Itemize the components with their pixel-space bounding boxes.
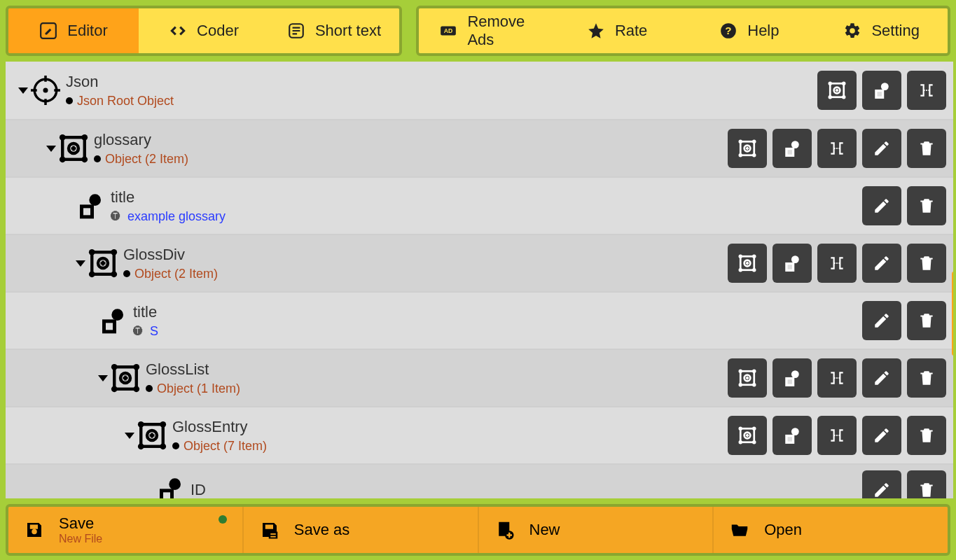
node-meta: Object (2 Item)	[134, 267, 218, 281]
add-string-button[interactable]	[773, 244, 812, 283]
edit-box-icon	[39, 22, 57, 40]
object-icon	[137, 421, 167, 450]
caret-icon[interactable]	[46, 146, 56, 152]
delete-button[interactable]	[907, 301, 946, 340]
tab-remove-ads[interactable]: Remove Ads	[419, 8, 551, 53]
gear-icon	[843, 22, 861, 40]
object-icon	[88, 248, 118, 278]
edit-button[interactable]	[862, 358, 901, 398]
tab-help[interactable]: Help	[684, 8, 816, 53]
tab-rate-label: Rate	[615, 22, 647, 40]
edit-button[interactable]	[862, 470, 901, 498]
node-key: Json	[66, 73, 174, 91]
json-tree: Json Json Root Object glossary Object (2…	[6, 62, 953, 498]
add-array-button[interactable]	[907, 71, 946, 110]
caret-icon[interactable]	[18, 88, 28, 94]
save-as-button[interactable]: Save as	[242, 507, 478, 553]
target-icon	[31, 76, 60, 105]
add-string-button[interactable]	[773, 416, 812, 455]
node-meta: Json Root Object	[77, 94, 174, 108]
node-value: S	[150, 324, 158, 339]
caret-icon[interactable]	[125, 433, 134, 439]
node-meta: Object (1 Item)	[157, 382, 240, 396]
edit-button[interactable]	[862, 186, 901, 225]
dot-icon	[146, 385, 153, 392]
tab-remove-ads-label: Remove Ads	[467, 13, 530, 49]
new-button[interactable]: New	[478, 507, 713, 553]
delete-button[interactable]	[907, 186, 946, 225]
tab-short-text-label: Short text	[315, 22, 381, 40]
add-string-button[interactable]	[862, 71, 901, 110]
tree-row-root[interactable]: Json Json Root Object	[6, 62, 953, 119]
add-array-button[interactable]	[817, 416, 857, 455]
tab-setting[interactable]: Setting	[815, 8, 948, 53]
edit-button[interactable]	[862, 129, 901, 168]
tree-row-glossentry[interactable]: GlossEntry Object (7 Item)	[6, 406, 953, 463]
tab-short-text[interactable]: Short text	[269, 8, 399, 53]
node-key: glossary	[94, 131, 188, 149]
tree-row-glossary[interactable]: glossary Object (2 Item)	[6, 119, 953, 176]
add-array-button[interactable]	[817, 244, 857, 283]
tab-coder[interactable]: Coder	[139, 8, 269, 53]
caret-icon[interactable]	[98, 375, 108, 382]
add-object-button[interactable]	[728, 358, 767, 398]
node-meta: Object (2 Item)	[105, 152, 188, 167]
dot-icon	[94, 155, 101, 162]
mode-tab-group: Editor Coder Short text	[6, 6, 402, 56]
add-object-button[interactable]	[728, 129, 767, 168]
edit-button[interactable]	[862, 244, 901, 283]
object-icon	[59, 134, 88, 163]
edit-button[interactable]	[862, 301, 901, 340]
tree-row-title-1[interactable]: title 🅣example glossary	[6, 176, 953, 234]
star-icon	[587, 22, 605, 40]
lines-icon	[287, 22, 305, 40]
add-array-button[interactable]	[817, 129, 857, 168]
delete-button[interactable]	[907, 416, 946, 455]
delete-button[interactable]	[907, 470, 946, 498]
string-icon	[76, 191, 105, 220]
save-sublabel: New File	[59, 533, 102, 545]
new-file-icon	[494, 519, 515, 540]
delete-button[interactable]	[907, 358, 946, 398]
text-type-icon: 🅣	[133, 326, 143, 337]
node-key: GlossDiv	[123, 246, 218, 264]
scrollbar[interactable]	[952, 272, 953, 356]
tab-editor[interactable]: Editor	[8, 8, 139, 53]
code-icon	[169, 22, 187, 40]
node-key: GlossEntry	[172, 418, 267, 436]
node-key: title	[133, 303, 158, 321]
tab-editor-label: Editor	[67, 22, 107, 40]
help-icon	[719, 22, 737, 40]
tree-row-glossdiv[interactable]: GlossDiv Object (2 Item)	[6, 234, 953, 291]
add-object-button[interactable]	[817, 71, 857, 110]
object-icon	[111, 363, 140, 393]
folder-open-icon	[729, 519, 750, 540]
save-button[interactable]: Save New File	[8, 507, 242, 553]
node-meta: Object (7 Item)	[183, 439, 267, 454]
node-value: example glossary	[127, 209, 226, 224]
add-object-button[interactable]	[728, 416, 767, 455]
edit-button[interactable]	[862, 416, 901, 455]
bottom-toolbar: Save New File Save as New Open	[6, 504, 950, 556]
open-button[interactable]: Open	[712, 507, 948, 553]
tab-rate[interactable]: Rate	[551, 8, 684, 53]
tab-setting-label: Setting	[871, 22, 920, 40]
floppy-icon	[24, 519, 45, 540]
add-object-button[interactable]	[728, 244, 767, 283]
add-string-button[interactable]	[773, 358, 812, 398]
tree-row-id[interactable]: ID	[6, 463, 953, 498]
add-array-button[interactable]	[817, 358, 857, 398]
string-icon	[155, 475, 185, 498]
new-label: New	[529, 521, 560, 539]
delete-button[interactable]	[907, 244, 946, 283]
save-as-icon	[259, 519, 280, 540]
delete-button[interactable]	[907, 129, 946, 168]
node-key: title	[111, 188, 226, 206]
add-string-button[interactable]	[773, 129, 812, 168]
dot-icon	[172, 442, 179, 449]
caret-icon[interactable]	[76, 260, 85, 267]
node-key: ID	[190, 481, 206, 498]
tree-row-title-2[interactable]: title 🅣S	[6, 291, 953, 349]
save-label: Save	[59, 514, 102, 533]
tree-row-glosslist[interactable]: GlossList Object (1 Item)	[6, 349, 953, 406]
